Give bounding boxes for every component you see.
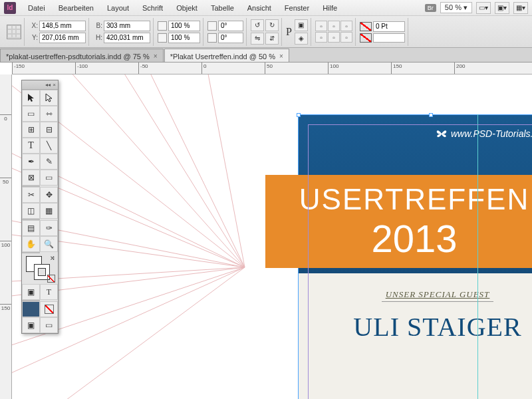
apply-color-button[interactable] [22, 301, 40, 317]
scale-y-input[interactable] [168, 33, 200, 43]
guest-name: ULI STAIGER [325, 311, 532, 342]
content-placer-tool[interactable]: ⊟ [40, 122, 58, 138]
fit-btn-4[interactable]: ▫ [315, 32, 327, 43]
tab-2-close-icon[interactable]: × [279, 53, 283, 60]
menu-help[interactable]: Hilfe [316, 4, 344, 12]
tools-panel[interactable]: ◂◂× ▭ ⇿ ⊞ ⊟ T ╲ ✒ ✎ ⊠ ▭ ✂ ✥ ◫ ▦ ▤ ✑ ✋ 🔍 … [21, 80, 59, 334]
gradient-feather-tool[interactable]: ▦ [40, 203, 58, 219]
y-label: Y: [29, 34, 38, 41]
poster-title-band: USERTREFFEN 2013 [265, 175, 532, 268]
ruler-h-tick: 0 [201, 63, 206, 74]
canvas[interactable]: www.PSD-Tutorials.de USERTREFFEN 2013 UN… [12, 74, 532, 399]
poster-frame[interactable]: www.PSD-Tutorials.de USERTREFFEN 2013 UN… [298, 114, 532, 399]
selection-handle[interactable] [429, 113, 433, 117]
normal-view-button[interactable]: ▣ [22, 317, 40, 333]
fit-btn-1[interactable]: ▫ [315, 21, 327, 31]
menu-file[interactable]: Datei [21, 4, 52, 12]
poster-url-row: www.PSD-Tutorials.de [436, 128, 532, 139]
panel-header[interactable]: ◂◂× [22, 80, 58, 90]
swap-fill-stroke-icon[interactable]: ⤭ [50, 255, 55, 261]
w-label: B: [93, 22, 102, 29]
shear-icon [207, 33, 217, 43]
selection-handle[interactable] [297, 113, 301, 117]
menu-object[interactable]: Objekt [170, 4, 204, 12]
vertical-guide[interactable] [477, 114, 478, 399]
flip-v-button[interactable]: ⇵ [265, 33, 279, 45]
rectangle-frame-tool[interactable]: ⊠ [22, 170, 40, 186]
apply-none-button[interactable] [40, 301, 58, 317]
rotate-icon [207, 21, 217, 31]
rotate-cw-button[interactable]: ↻ [265, 19, 279, 31]
default-fill-stroke-icon[interactable] [47, 275, 55, 283]
ruler-h-tick: -50 [138, 63, 148, 74]
width-input[interactable] [104, 21, 150, 31]
zoom-level-dropdown[interactable]: 50 % ▾ [440, 2, 472, 13]
fit-btn-5[interactable]: ▫ [328, 32, 340, 43]
h-label: H: [93, 34, 102, 41]
stroke-none-icon[interactable] [360, 33, 372, 43]
screen-mode-icon[interactable]: ▣▾ [495, 2, 509, 14]
gap-tool[interactable]: ⇿ [40, 106, 58, 122]
menu-edit[interactable]: Bearbeiten [52, 4, 100, 12]
fill-stroke-swatch[interactable]: ⤭ [22, 253, 58, 284]
rotate-ccw-button[interactable]: ↺ [251, 19, 264, 31]
menu-window[interactable]: Fenster [278, 4, 316, 12]
gradient-swatch-tool[interactable]: ◫ [22, 203, 40, 219]
hand-tool[interactable]: ✋ [22, 236, 40, 252]
y-input[interactable] [39, 33, 86, 43]
fit-btn-3[interactable]: ▫ [340, 21, 352, 31]
horizontal-ruler[interactable]: -150 -100 -50 0 50 100 150 200 [12, 63, 532, 74]
flip-h-button[interactable]: ⇋ [251, 33, 264, 45]
rotate-input[interactable] [218, 21, 243, 31]
pencil-tool[interactable]: ✎ [40, 154, 58, 170]
fill-none-icon[interactable] [360, 22, 372, 31]
formatting-text-button[interactable]: T [40, 284, 58, 300]
close-panel-icon[interactable]: × [53, 82, 56, 88]
control-bar: X: Y: B: H: ↺↻ ⇋⇵ P ▣ ◈ ▫▫▫ ▫▫▫ [0, 16, 532, 48]
tab-2-label: *Plakat Usertreffen.indd @ 50 % [170, 53, 275, 61]
rectangle-tool[interactable]: ▭ [40, 170, 58, 186]
zoom-tool[interactable]: 🔍 [40, 236, 58, 252]
reference-point-icon[interactable] [7, 25, 21, 39]
page-tool[interactable]: ▭ [22, 106, 40, 122]
eyedropper-tool[interactable]: ✑ [40, 220, 58, 236]
collapse-icon[interactable]: ◂◂ [45, 82, 51, 88]
note-tool[interactable]: ▤ [22, 220, 40, 236]
tab-1-close-icon[interactable]: × [154, 53, 158, 60]
arrange-docs-icon[interactable]: ▦▾ [513, 2, 528, 14]
select-content-button[interactable]: ◈ [295, 33, 308, 45]
direct-selection-tool[interactable] [40, 90, 58, 106]
menu-type[interactable]: Schrift [136, 4, 170, 12]
menu-table[interactable]: Tabelle [204, 4, 241, 12]
selection-tool[interactable] [22, 90, 40, 106]
scale-x-input[interactable] [168, 21, 200, 31]
content-collector-tool[interactable]: ⊞ [22, 122, 40, 138]
height-input[interactable] [104, 33, 150, 43]
menu-view[interactable]: Ansicht [241, 4, 278, 12]
preview-view-button[interactable]: ▭ [40, 317, 58, 333]
pen-tool[interactable]: ✒ [22, 154, 40, 170]
document-tab-bar: *plakat-usertreffen-psdtutorials.indd @ … [0, 48, 532, 63]
ruler-h-tick: 200 [454, 63, 465, 74]
shear-input[interactable] [218, 33, 243, 43]
poster-url: www.PSD-Tutorials.de [451, 128, 532, 139]
free-transform-tool[interactable]: ✥ [40, 187, 58, 203]
menu-layout[interactable]: Layout [100, 4, 136, 12]
fit-btn-6[interactable]: ▫ [340, 32, 352, 43]
stroke-style-dropdown[interactable] [373, 33, 405, 43]
formatting-container-button[interactable]: ▣ [22, 284, 40, 300]
ruler-v-tick: 150 [0, 304, 11, 311]
stroke-weight-input[interactable] [373, 21, 405, 32]
scissors-tool[interactable]: ✂ [22, 187, 40, 203]
document-tab-2[interactable]: *Plakat Usertreffen.indd @ 50 % × [164, 49, 289, 62]
bridge-badge-icon[interactable]: Br [425, 4, 436, 12]
line-tool[interactable]: ╲ [40, 138, 58, 154]
type-tool[interactable]: T [22, 138, 40, 154]
select-container-button[interactable]: ▣ [295, 19, 308, 31]
fit-btn-2[interactable]: ▫ [328, 21, 340, 31]
document-tab-1[interactable]: *plakat-usertreffen-psdtutorials.indd @ … [0, 49, 164, 62]
x-input[interactable] [39, 21, 86, 31]
vertical-ruler[interactable]: 0 50 100 150 [0, 74, 12, 399]
ruler-h-tick: 100 [328, 63, 338, 74]
view-options-icon[interactable]: ▭▾ [476, 2, 491, 14]
